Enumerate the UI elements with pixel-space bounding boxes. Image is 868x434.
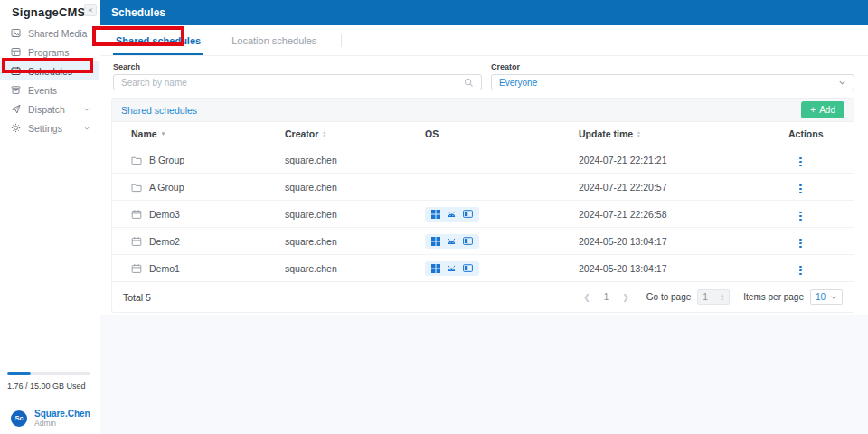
table-row: B Group square.chen 2024-07-21 22:21:21 [112,146,854,174]
sidebar-item-label: Events [28,85,57,96]
table-row: Demo3 square.chen 2024-07-21 22:26:58 [112,201,854,228]
plus-icon: + [810,105,816,115]
android-icon [447,237,457,246]
row-name[interactable]: Demo1 [149,263,180,274]
windows-icon [431,237,440,246]
column-header-actions: Actions [788,128,854,139]
app-logo: SignageCMS [12,5,85,19]
storage-usage: 1.76 / 15.00 GB Used [7,372,90,391]
page-background [100,315,868,434]
row-actions-menu-icon[interactable] [794,263,807,278]
tab-bar: Shared schedules Location schedules [100,25,868,56]
sidebar-item-label: Shared Media [28,28,87,39]
display-icon [463,237,473,246]
sidebar-collapse-icon[interactable]: « [84,4,97,16]
row-actions-menu-icon[interactable] [794,182,807,197]
add-button-label: Add [819,105,835,115]
creator-select[interactable]: Everyone [491,74,854,90]
items-per-page-select[interactable]: 10 [810,289,843,305]
row-name[interactable]: Demo2 [149,236,180,247]
row-creator: square.chen [285,236,425,247]
display-icon [463,210,473,219]
add-button[interactable]: + Add [801,101,844,118]
tab-location-schedules[interactable]: Location schedules [216,25,332,55]
sidebar-item-label: Settings [28,123,62,134]
row-update-time: 2024-05-20 13:04:17 [579,263,788,274]
tab-shared-schedules[interactable]: Shared schedules [100,25,216,55]
storage-bar [7,372,90,375]
signage-cms-app: SignageCMS « Shared MediaProgramsSchedul… [0,0,868,434]
chevron-down-icon [838,79,846,87]
row-actions-menu-icon[interactable] [794,236,807,251]
column-header-creator[interactable]: Creator ▲▼ [285,128,425,139]
card-title: Shared schedules [121,105,197,116]
row-name[interactable]: A Group [149,182,184,193]
prev-page-icon[interactable]: ❮ [580,291,594,304]
tab-divider [341,34,342,47]
chevron-down-icon [83,123,90,134]
search-input[interactable]: Search by name [113,74,482,90]
folder-icon [131,155,142,165]
user-role: Admin [34,419,90,428]
page-number[interactable]: 1 [600,292,613,302]
windows-icon [431,210,440,219]
row-actions-menu-icon[interactable] [794,155,807,170]
sorter-icon: ▲▼ [322,130,326,138]
table-row: A Group square.chen 2024-07-21 22:20:57 [112,174,854,201]
sidebar-item-schedules[interactable]: Schedules [0,61,99,80]
user-profile[interactable]: Sc Square.Chen Admin [11,409,90,428]
row-update-time: 2024-07-21 22:20:57 [579,182,788,193]
row-name[interactable]: Demo3 [149,209,180,220]
os-pill [425,207,479,222]
search-placeholder: Search by name [121,78,464,88]
search-label: Search [113,62,482,71]
number-spinner-icon[interactable]: ▲▼ [720,293,724,301]
go-to-page-input[interactable]: 1 ▲▼ [697,289,730,305]
pagination: ❮ 1 ❯ Go to page 1 ▲▼ Items per page 10 [580,289,843,305]
program-icon [11,47,21,57]
items-per-page-label: Items per page [743,292,804,302]
table-body: B Group square.chen 2024-07-21 22:21:21 … [112,146,854,282]
os-pill [425,261,479,276]
column-header-name[interactable]: Name ▼ [131,128,285,139]
sidebar-item-label: Schedules [28,66,72,77]
calendar-icon [131,209,142,220]
column-header-os: OS [425,128,579,139]
calendar-icon [131,236,142,247]
schedule-icon [11,66,21,76]
column-header-update-time[interactable]: Update time ▲▼ [579,128,788,139]
page-title: Schedules [111,6,165,19]
sidebar-item-shared-media[interactable]: Shared Media [0,24,99,42]
next-page-icon[interactable]: ❯ [618,291,633,304]
table-row: Demo2 square.chen 2024-05-20 13:04:17 [112,228,854,255]
dispatch-icon [11,104,21,114]
row-update-time: 2024-07-21 22:21:21 [579,155,788,165]
row-creator: square.chen [285,155,425,165]
calendar-icon [131,263,142,274]
row-name[interactable]: B Group [149,155,184,165]
sidebar-item-dispatch[interactable]: Dispatch [0,99,99,118]
settings-icon [11,123,21,133]
table-row: Demo1 square.chen 2024-05-20 13:04:17 [112,255,854,282]
filter-bar: Search Search by name Creator Everyone [100,56,868,98]
android-icon [447,264,457,273]
avatar: Sc [11,410,27,427]
table-footer: Total 5 ❮ 1 ❯ Go to page 1 ▲▼ Items per … [112,282,854,312]
row-actions-menu-icon[interactable] [794,209,807,224]
event-icon [11,85,21,95]
row-creator: square.chen [285,182,425,193]
sidebar-item-programs[interactable]: Programs [0,42,99,61]
os-pill [425,234,479,249]
creator-selected-value: Everyone [499,78,838,88]
card-header: Shared schedules + Add [112,99,854,122]
storage-used-label: 1.76 / 15.00 GB Used [7,382,90,391]
storage-bar-fill [7,372,31,375]
sidebar-item-settings[interactable]: Settings [0,118,99,137]
android-icon [447,210,457,219]
display-icon [463,264,473,273]
main-content: Schedules Shared schedules Location sche… [100,0,868,434]
page-header: Schedules [100,0,868,25]
row-update-time: 2024-05-20 13:04:17 [579,236,788,247]
chevron-down-icon [830,294,837,301]
sidebar-item-events[interactable]: Events [0,80,99,99]
